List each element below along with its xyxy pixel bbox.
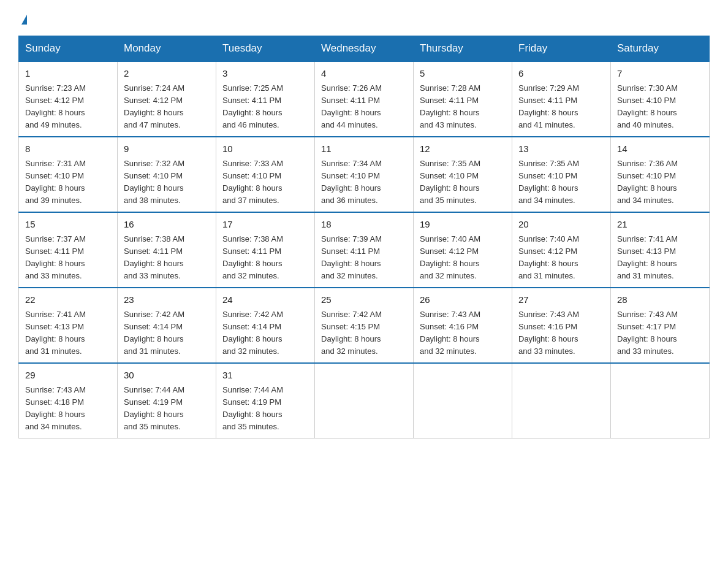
day-info: Sunrise: 7:42 AMSunset: 4:14 PMDaylight:… [124,308,210,358]
calendar-cell: 8Sunrise: 7:31 AMSunset: 4:10 PMDaylight… [19,137,118,212]
calendar-cell: 31Sunrise: 7:44 AMSunset: 4:19 PMDayligh… [216,363,315,439]
day-info: Sunrise: 7:24 AMSunset: 4:12 PMDaylight:… [124,82,210,132]
day-info: Sunrise: 7:42 AMSunset: 4:14 PMDaylight:… [222,308,308,358]
day-info: Sunrise: 7:35 AMSunset: 4:10 PMDaylight:… [518,158,604,207]
calendar-cell: 18Sunrise: 7:39 AMSunset: 4:11 PMDayligh… [315,212,414,288]
calendar-cell [414,363,512,439]
calendar-cell: 10Sunrise: 7:33 AMSunset: 4:10 PMDayligh… [216,137,315,212]
day-number: 25 [321,293,407,307]
day-number: 29 [25,369,111,383]
calendar-cell: 2Sunrise: 7:24 AMSunset: 4:12 PMDaylight… [118,61,216,137]
day-number: 17 [222,218,308,232]
calendar-table: SundayMondayTuesdayWednesdayThursdayFrid… [18,36,710,439]
day-info: Sunrise: 7:43 AMSunset: 4:18 PMDaylight:… [25,384,111,434]
day-number: 21 [617,218,703,232]
day-number: 12 [420,142,506,156]
day-info: Sunrise: 7:40 AMSunset: 4:12 PMDaylight:… [518,233,604,283]
day-number: 16 [124,218,210,232]
calendar-cell: 11Sunrise: 7:34 AMSunset: 4:10 PMDayligh… [315,137,414,212]
day-info: Sunrise: 7:25 AMSunset: 4:11 PMDaylight:… [222,82,308,132]
day-number: 15 [25,218,111,232]
calendar-cell [611,363,710,439]
day-number: 3 [222,67,308,81]
day-info: Sunrise: 7:28 AMSunset: 4:11 PMDaylight:… [420,82,506,132]
day-info: Sunrise: 7:26 AMSunset: 4:11 PMDaylight:… [321,82,407,132]
day-info: Sunrise: 7:35 AMSunset: 4:10 PMDaylight:… [420,158,506,207]
day-info: Sunrise: 7:29 AMSunset: 4:11 PMDaylight:… [518,82,604,132]
weekday-header-tuesday: Tuesday [216,36,315,62]
day-number: 8 [25,142,111,156]
day-number: 24 [222,293,308,307]
day-info: Sunrise: 7:41 AMSunset: 4:13 PMDaylight:… [25,308,111,358]
calendar-cell: 4Sunrise: 7:26 AMSunset: 4:11 PMDaylight… [315,61,414,137]
day-number: 31 [222,369,308,383]
calendar-cell: 3Sunrise: 7:25 AMSunset: 4:11 PMDaylight… [216,61,315,137]
calendar-cell: 1Sunrise: 7:23 AMSunset: 4:12 PMDaylight… [19,61,118,137]
calendar-cell: 27Sunrise: 7:43 AMSunset: 4:16 PMDayligh… [512,288,611,363]
calendar-cell: 12Sunrise: 7:35 AMSunset: 4:10 PMDayligh… [414,137,512,212]
day-number: 28 [617,293,703,307]
day-number: 5 [420,67,506,81]
calendar-cell [315,363,414,439]
day-number: 23 [124,293,210,307]
day-number: 14 [617,142,703,156]
day-info: Sunrise: 7:43 AMSunset: 4:17 PMDaylight:… [617,308,703,358]
day-info: Sunrise: 7:23 AMSunset: 4:12 PMDaylight:… [25,82,111,132]
day-number: 10 [222,142,308,156]
day-number: 22 [25,293,111,307]
calendar-cell: 14Sunrise: 7:36 AMSunset: 4:10 PMDayligh… [611,137,710,212]
weekday-header-row: SundayMondayTuesdayWednesdayThursdayFrid… [19,36,710,62]
day-info: Sunrise: 7:36 AMSunset: 4:10 PMDaylight:… [617,158,703,207]
calendar-cell: 23Sunrise: 7:42 AMSunset: 4:14 PMDayligh… [118,288,216,363]
day-number: 19 [420,218,506,232]
day-info: Sunrise: 7:41 AMSunset: 4:13 PMDaylight:… [617,233,703,283]
calendar-week-row: 8Sunrise: 7:31 AMSunset: 4:10 PMDaylight… [19,137,710,212]
day-number: 7 [617,67,703,81]
page-header [18,12,710,25]
day-info: Sunrise: 7:43 AMSunset: 4:16 PMDaylight:… [518,308,604,358]
calendar-cell: 30Sunrise: 7:44 AMSunset: 4:19 PMDayligh… [118,363,216,439]
day-info: Sunrise: 7:38 AMSunset: 4:11 PMDaylight:… [124,233,210,283]
calendar-cell: 5Sunrise: 7:28 AMSunset: 4:11 PMDaylight… [414,61,512,137]
logo [18,12,27,25]
day-number: 13 [518,142,604,156]
day-info: Sunrise: 7:30 AMSunset: 4:10 PMDaylight:… [617,82,703,132]
day-number: 2 [124,67,210,81]
calendar-cell: 21Sunrise: 7:41 AMSunset: 4:13 PMDayligh… [611,212,710,288]
calendar-cell: 25Sunrise: 7:42 AMSunset: 4:15 PMDayligh… [315,288,414,363]
weekday-header-monday: Monday [118,36,216,62]
day-info: Sunrise: 7:32 AMSunset: 4:10 PMDaylight:… [124,158,210,207]
calendar-week-row: 1Sunrise: 7:23 AMSunset: 4:12 PMDaylight… [19,61,710,137]
weekday-header-wednesday: Wednesday [315,36,414,62]
day-info: Sunrise: 7:40 AMSunset: 4:12 PMDaylight:… [420,233,506,283]
day-number: 26 [420,293,506,307]
calendar-week-row: 29Sunrise: 7:43 AMSunset: 4:18 PMDayligh… [19,363,710,439]
calendar-cell: 28Sunrise: 7:43 AMSunset: 4:17 PMDayligh… [611,288,710,363]
weekday-header-saturday: Saturday [611,36,710,62]
day-info: Sunrise: 7:42 AMSunset: 4:15 PMDaylight:… [321,308,407,358]
calendar-cell: 24Sunrise: 7:42 AMSunset: 4:14 PMDayligh… [216,288,315,363]
calendar-week-row: 22Sunrise: 7:41 AMSunset: 4:13 PMDayligh… [19,288,710,363]
calendar-cell: 29Sunrise: 7:43 AMSunset: 4:18 PMDayligh… [19,363,118,439]
calendar-cell: 20Sunrise: 7:40 AMSunset: 4:12 PMDayligh… [512,212,611,288]
day-info: Sunrise: 7:34 AMSunset: 4:10 PMDaylight:… [321,158,407,207]
calendar-cell: 13Sunrise: 7:35 AMSunset: 4:10 PMDayligh… [512,137,611,212]
day-number: 1 [25,67,111,81]
calendar-cell: 17Sunrise: 7:38 AMSunset: 4:11 PMDayligh… [216,212,315,288]
day-info: Sunrise: 7:39 AMSunset: 4:11 PMDaylight:… [321,233,407,283]
calendar-cell [512,363,611,439]
weekday-header-thursday: Thursday [414,36,512,62]
day-info: Sunrise: 7:38 AMSunset: 4:11 PMDaylight:… [222,233,308,283]
calendar-cell: 16Sunrise: 7:38 AMSunset: 4:11 PMDayligh… [118,212,216,288]
day-number: 6 [518,67,604,81]
day-number: 18 [321,218,407,232]
day-number: 11 [321,142,407,156]
day-info: Sunrise: 7:31 AMSunset: 4:10 PMDaylight:… [25,158,111,207]
day-number: 9 [124,142,210,156]
day-number: 20 [518,218,604,232]
calendar-cell: 26Sunrise: 7:43 AMSunset: 4:16 PMDayligh… [414,288,512,363]
calendar-cell: 9Sunrise: 7:32 AMSunset: 4:10 PMDaylight… [118,137,216,212]
day-number: 27 [518,293,604,307]
day-number: 4 [321,67,407,81]
day-info: Sunrise: 7:43 AMSunset: 4:16 PMDaylight:… [420,308,506,358]
